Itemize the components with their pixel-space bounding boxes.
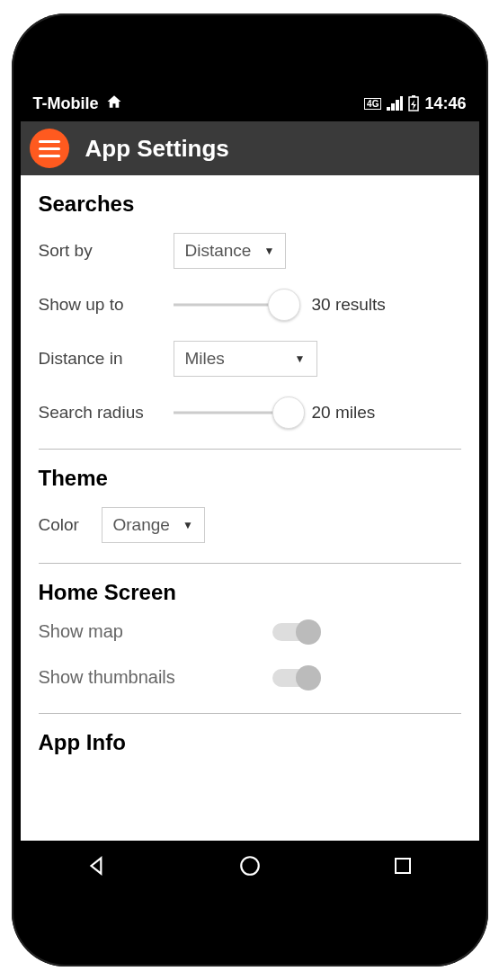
show-up-to-label: Show up to	[39, 295, 174, 315]
chevron-down-icon: ▼	[183, 519, 193, 531]
clock-label: 14:46	[424, 94, 466, 113]
svg-point-2	[242, 857, 260, 875]
distance-in-value: Miles	[185, 349, 225, 369]
recent-apps-button[interactable]	[392, 855, 414, 880]
battery-charging-icon	[408, 95, 419, 111]
show-map-label: Show map	[39, 621, 272, 642]
toggle-knob	[296, 665, 321, 690]
navigation-bar	[21, 841, 479, 895]
sort-by-select[interactable]: Distance ▼	[174, 233, 287, 269]
phone-frame: T-Mobile 4G 14:46	[12, 13, 488, 967]
section-searches-title: Searches	[39, 192, 461, 217]
settings-content[interactable]: Searches Sort by Distance ▼ Show up to	[21, 175, 479, 841]
screen: T-Mobile 4G 14:46	[21, 85, 479, 895]
home-icon	[106, 94, 122, 114]
section-theme-title: Theme	[39, 466, 461, 491]
chevron-down-icon: ▼	[263, 245, 274, 257]
hamburger-icon	[39, 140, 60, 143]
chevron-down-icon: ▼	[295, 352, 306, 365]
back-button[interactable]	[85, 854, 109, 881]
search-radius-value: 20 miles	[312, 403, 376, 423]
divider	[39, 563, 461, 564]
row-show-thumbnails: Show thumbnails	[39, 667, 461, 688]
carrier-label: T-Mobile	[33, 94, 99, 113]
divider	[39, 713, 461, 714]
show-thumbnails-toggle[interactable]	[272, 669, 317, 687]
row-sort-by: Sort by Distance ▼	[39, 233, 461, 269]
section-app-info-title: App Info	[39, 730, 461, 755]
show-up-to-slider[interactable]	[174, 289, 299, 321]
row-show-map: Show map	[39, 621, 461, 642]
app-bar: App Settings	[21, 121, 479, 175]
network-icon: 4G	[364, 98, 381, 110]
toggle-knob	[296, 619, 321, 645]
row-search-radius: Search radius 20 miles	[39, 396, 461, 429]
divider	[39, 449, 461, 450]
svg-rect-1	[412, 95, 415, 97]
section-home-screen-title: Home Screen	[39, 580, 461, 605]
menu-button[interactable]	[30, 129, 69, 168]
sort-by-label: Sort by	[39, 241, 174, 261]
show-up-to-value: 30 results	[312, 295, 386, 315]
svg-rect-3	[396, 859, 410, 873]
page-title: App Settings	[85, 135, 229, 163]
show-thumbnails-label: Show thumbnails	[39, 667, 272, 688]
color-select[interactable]: Orange ▼	[102, 507, 205, 543]
row-show-up-to: Show up to 30 results	[39, 289, 461, 321]
distance-in-label: Distance in	[39, 349, 174, 369]
row-color: Color Orange ▼	[39, 507, 461, 543]
home-button[interactable]	[238, 854, 262, 881]
search-radius-label: Search radius	[39, 403, 174, 423]
color-label: Color	[39, 515, 102, 535]
row-distance-in: Distance in Miles ▼	[39, 341, 461, 377]
signal-icon	[387, 96, 403, 111]
search-radius-slider[interactable]	[174, 396, 299, 429]
sort-by-value: Distance	[185, 241, 252, 261]
slider-thumb[interactable]	[272, 396, 305, 429]
slider-thumb[interactable]	[268, 289, 300, 321]
show-map-toggle[interactable]	[272, 623, 317, 641]
status-bar: T-Mobile 4G 14:46	[21, 85, 479, 121]
color-value: Orange	[113, 515, 170, 535]
distance-in-select[interactable]: Miles ▼	[174, 341, 317, 377]
